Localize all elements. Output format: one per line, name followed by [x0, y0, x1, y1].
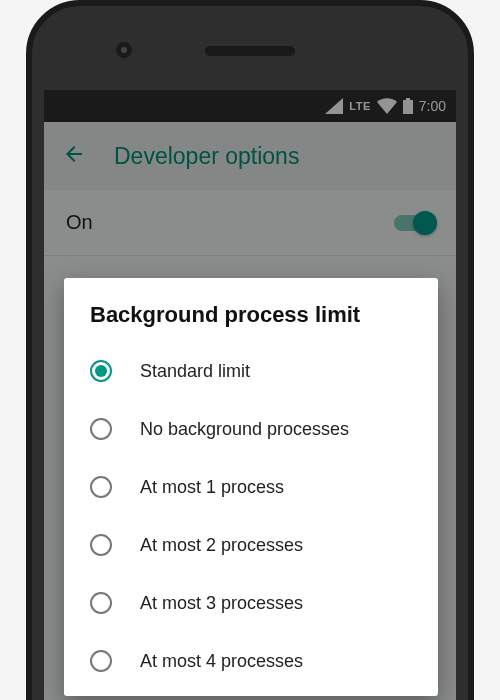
option-label: At most 4 processes — [140, 651, 303, 672]
option-no-background[interactable]: No background processes — [64, 400, 438, 458]
process-limit-dialog: Background process limit Standard limit … — [64, 278, 438, 696]
radio-icon — [90, 476, 112, 498]
dialog-title: Background process limit — [64, 302, 438, 342]
radio-icon — [90, 360, 112, 382]
option-standard-limit[interactable]: Standard limit — [64, 342, 438, 400]
option-label: Standard limit — [140, 361, 250, 382]
radio-icon — [90, 592, 112, 614]
option-at-most-3[interactable]: At most 3 processes — [64, 574, 438, 632]
option-label: At most 2 processes — [140, 535, 303, 556]
radio-icon — [90, 534, 112, 556]
option-label: At most 1 process — [140, 477, 284, 498]
phone-camera — [116, 42, 132, 58]
option-at-most-1[interactable]: At most 1 process — [64, 458, 438, 516]
radio-icon — [90, 650, 112, 672]
option-at-most-4[interactable]: At most 4 processes — [64, 632, 438, 690]
option-at-most-2[interactable]: At most 2 processes — [64, 516, 438, 574]
option-label: At most 3 processes — [140, 593, 303, 614]
phone-speaker — [205, 46, 295, 56]
radio-icon — [90, 418, 112, 440]
option-label: No background processes — [140, 419, 349, 440]
